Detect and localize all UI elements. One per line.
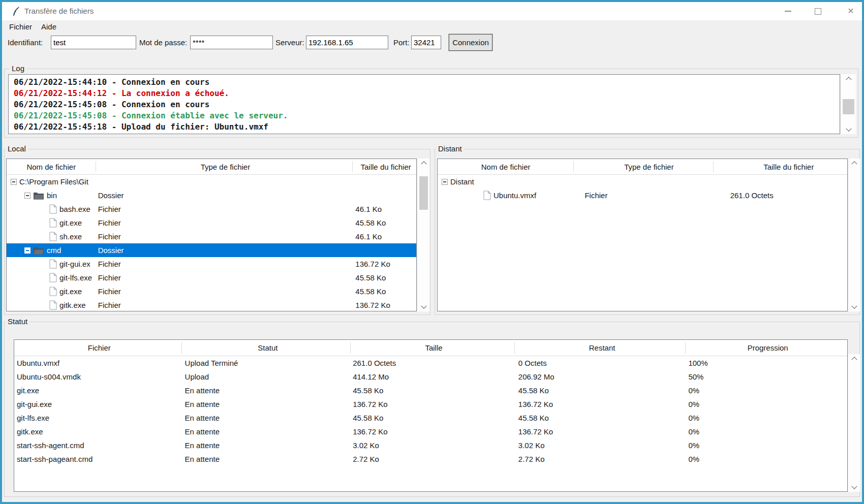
file-name-label: Ubuntu.vmxf — [493, 191, 536, 200]
column-header-size[interactable]: Taille du fichier — [353, 159, 416, 174]
file-icon — [49, 232, 57, 241]
column-header-fichier[interactable]: Fichier — [14, 340, 182, 356]
tree-row[interactable]: git.exeFichier45.58 Ko — [7, 216, 416, 230]
tree-row[interactable]: git-gui.exFichier136.72 Ko — [7, 257, 416, 271]
identifiant-input[interactable] — [51, 36, 136, 49]
maximize-button[interactable] — [809, 4, 826, 19]
column-header-taille[interactable]: Taille — [351, 340, 515, 356]
log-line: 06/21/2022-15:45:18 - Upload du fichier:… — [14, 121, 840, 133]
column-header-type[interactable]: Type de fichier — [574, 159, 713, 174]
column-header-name[interactable]: Nom de fichier — [7, 159, 96, 174]
scroll-up-arrow[interactable] — [848, 354, 860, 362]
status-cell-status: Upload Terminé — [182, 356, 351, 370]
scrollbar-thumb[interactable] — [419, 176, 428, 210]
file-name-label: sh.exe — [59, 232, 82, 241]
tree-row[interactable]: binDossier — [7, 188, 416, 202]
menu-bar: Fichier Aide — [2, 20, 862, 33]
remote-tree-header: Nom de fichier Type de fichier Taille du… — [438, 159, 847, 175]
column-header-name[interactable]: Nom de fichier — [438, 159, 574, 174]
status-cell-file: Ubuntu-s004.vmdk — [14, 370, 182, 384]
status-table-header: Fichier Statut Taille Restant Progressio… — [14, 340, 847, 356]
status-scrollbar[interactable] — [848, 354, 860, 492]
column-header-restant[interactable]: Restant — [515, 340, 686, 356]
scrollbar-thumb[interactable] — [843, 99, 854, 114]
log-scrollbar[interactable] — [841, 74, 856, 134]
scroll-up-arrow[interactable] — [418, 159, 429, 167]
status-row[interactable]: start-ssh-agent.cmdEn attente3.02 Ko3.02… — [14, 438, 847, 452]
menu-aide[interactable]: Aide — [41, 22, 56, 31]
tree-cell-name: Distant — [438, 175, 574, 188]
log-line: 06/21/2022-15:45:08 - Connexion établie … — [14, 110, 840, 121]
file-icon — [49, 287, 57, 296]
file-name-label: Distant — [450, 177, 474, 186]
status-row[interactable]: git-lfs.exeEn attente45.58 Ko45.58 Ko0% — [14, 411, 847, 425]
tree-row[interactable]: bash.exeFichier46.1 Ko — [7, 202, 416, 216]
status-cell-progress: 50% — [686, 370, 847, 384]
file-name-label: cmd — [47, 246, 61, 255]
file-icon — [49, 204, 57, 214]
tree-cell-name: C:\Program Files\Git — [7, 175, 96, 188]
status-row[interactable]: Ubuntu-s004.vmdkUpload414.12 Mo206.92 Mo… — [14, 370, 847, 384]
log-output[interactable]: 06/21/2022-15:44:10 - Connexion en cours… — [8, 74, 840, 134]
connexion-button[interactable]: Connexion — [449, 34, 492, 51]
status-row[interactable]: git-gui.exeEn attente136.72 Ko136.72 Ko0… — [14, 397, 847, 411]
status-cell-file: git-gui.exe — [14, 397, 182, 411]
status-group-label: Statut — [6, 317, 29, 326]
status-cell-status: Upload — [182, 370, 351, 384]
status-cell-progress: 0% — [686, 438, 847, 452]
tree-cell-type: Fichier — [96, 257, 353, 271]
app-window: Transfère de fichiers ✕ Fichier Aide Ide… — [0, 0, 864, 504]
menu-fichier[interactable]: Fichier — [9, 22, 32, 31]
scroll-up-arrow[interactable] — [849, 159, 860, 167]
column-header-statut[interactable]: Statut — [182, 340, 351, 356]
scroll-down-arrow[interactable] — [841, 126, 856, 134]
status-cell-file: git-lfs.exe — [14, 411, 182, 425]
tree-row[interactable]: C:\Program Files\Git — [7, 175, 416, 188]
scroll-down-arrow[interactable] — [849, 303, 860, 311]
server-input[interactable] — [306, 36, 388, 49]
remote-file-tree: Nom de fichier Type de fichier Taille du… — [437, 159, 848, 311]
collapse-expander-icon[interactable] — [24, 193, 30, 199]
tree-row[interactable]: Ubuntu.vmxfFichier261.0 Octets — [438, 188, 847, 202]
tree-row[interactable]: Distant — [438, 175, 847, 188]
password-input[interactable] — [190, 36, 273, 49]
local-tree-body: C:\Program Files\GitbinDossierbash.exeFi… — [7, 175, 416, 311]
file-name-label: bin — [47, 191, 57, 200]
column-header-progression[interactable]: Progression — [686, 340, 847, 356]
tree-row[interactable]: cmdDossier — [7, 243, 416, 257]
tree-cell-type: Fichier — [96, 230, 353, 243]
tree-cell-name: git.exe — [7, 285, 96, 298]
column-header-size[interactable]: Taille du fichier — [714, 159, 847, 174]
minimize-icon — [785, 11, 791, 12]
collapse-expander-icon[interactable] — [442, 179, 448, 185]
scroll-down-arrow[interactable] — [848, 484, 860, 492]
tree-cell-type: Fichier — [96, 285, 353, 298]
tree-cell-name: git.exe — [7, 216, 96, 230]
tree-row[interactable]: git-lfs.exeFichier45.58 Ko — [7, 271, 416, 285]
status-cell-remaining: 136.72 Ko — [515, 397, 686, 411]
tree-row[interactable]: git.exeFichier45.58 Ko — [7, 285, 416, 298]
close-button[interactable]: ✕ — [842, 4, 859, 19]
server-label: Serveur: — [275, 36, 304, 49]
port-input[interactable] — [411, 36, 441, 49]
status-row[interactable]: start-ssh-pageant.cmdEn attente2.72 Ko2.… — [14, 452, 847, 466]
status-row[interactable]: gitk.exeEn attente136.72 Ko136.72 Ko0% — [14, 425, 847, 438]
remote-scrollbar[interactable] — [849, 159, 860, 311]
column-header-type[interactable]: Type de fichier — [96, 159, 353, 174]
status-row[interactable]: git.exeEn attente45.58 Ko45.58 Ko0% — [14, 384, 847, 397]
tree-row[interactable]: sh.exeFichier46.1 Ko — [7, 230, 416, 243]
tree-cell-size: 46.1 Ko — [353, 202, 416, 216]
chevron-up-icon — [851, 161, 857, 167]
chevron-down-icon — [846, 126, 851, 132]
scroll-up-arrow[interactable] — [841, 74, 856, 82]
tree-cell-type: Fichier — [96, 202, 353, 216]
scroll-down-arrow[interactable] — [418, 303, 429, 311]
local-scrollbar[interactable] — [418, 159, 429, 311]
collapse-expander-icon[interactable] — [24, 247, 30, 254]
collapse-expander-icon[interactable] — [11, 179, 17, 185]
status-row[interactable]: Ubuntu.vmxfUpload Terminé261.0 Octets0 O… — [14, 356, 847, 370]
status-cell-progress: 0% — [686, 452, 847, 466]
minimize-button[interactable] — [779, 4, 796, 19]
status-cell-remaining: 2.72 Ko — [515, 452, 686, 466]
tree-row[interactable]: gitk.exeFichier136.72 Ko — [7, 298, 416, 311]
